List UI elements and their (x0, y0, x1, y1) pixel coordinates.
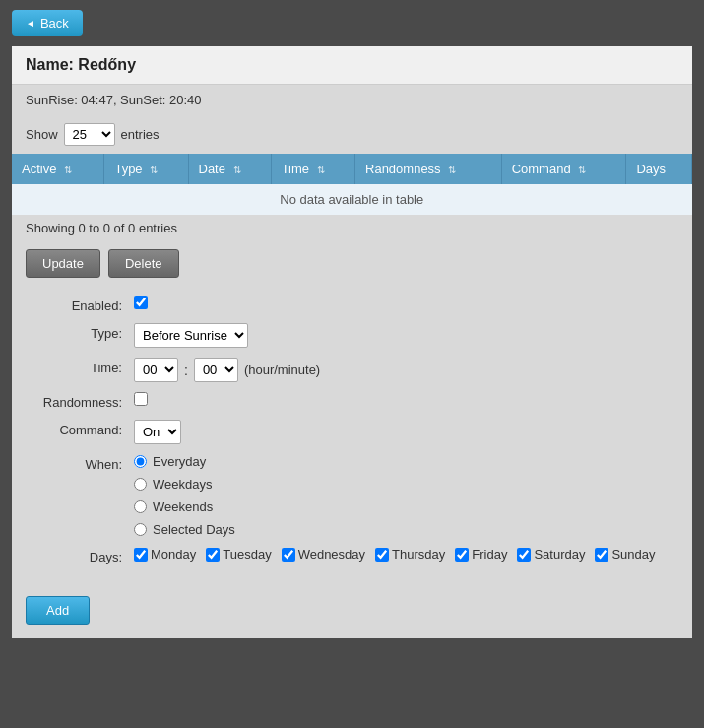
when-radio-group: Everyday Weekdays Weekends Selected Days (134, 454, 235, 537)
day-monday[interactable]: Monday (134, 547, 196, 562)
days-control: Monday Tuesday Wednesday Thursday (134, 547, 678, 562)
showing-entries: Showing 0 to 0 of 0 entries (12, 215, 692, 241)
when-weekends-label: Weekends (153, 499, 213, 514)
wednesday-label: Wednesday (298, 547, 365, 562)
command-row: Command: On Off (26, 420, 678, 444)
col-randomness[interactable]: Randomness ⇅ (355, 154, 502, 184)
when-row: When: Everyday Weekdays Weekends (26, 454, 678, 537)
add-button[interactable]: Add (26, 596, 90, 625)
sort-time-icon: ⇅ (317, 165, 325, 175)
day-tuesday[interactable]: Tuesday (206, 547, 271, 562)
main-panel: Name: Redőny SunRise: 04:47, SunSet: 20:… (12, 46, 692, 638)
when-control: Everyday Weekdays Weekends Selected Days (134, 454, 678, 537)
when-weekends-radio[interactable] (134, 500, 147, 513)
friday-label: Friday (472, 547, 507, 562)
time-separator: : (184, 363, 188, 378)
form-section: Enabled: Type: Before Sunrise After Sunr… (12, 286, 692, 588)
table-row: No data available in table (12, 184, 692, 215)
monday-checkbox[interactable] (134, 548, 148, 562)
when-everyday-label: Everyday (153, 454, 206, 469)
page-title: Name: Redőny (12, 46, 692, 85)
col-date[interactable]: Date ⇅ (188, 154, 271, 184)
type-row: Type: Before Sunrise After Sunrise Befor… (26, 323, 678, 348)
when-everyday-option[interactable]: Everyday (134, 454, 235, 469)
command-control: On Off (134, 420, 678, 444)
saturday-checkbox[interactable] (517, 548, 531, 562)
show-label: Show (26, 127, 58, 142)
col-command[interactable]: Command ⇅ (501, 154, 626, 184)
day-friday[interactable]: Friday (455, 547, 507, 562)
hour-select[interactable]: 00 01020304 05060708 09101112 13141516 1… (134, 358, 178, 382)
col-days: Days (626, 154, 692, 184)
update-button[interactable]: Update (26, 249, 100, 278)
days-checkboxes: Monday Tuesday Wednesday Thursday (134, 547, 656, 562)
sort-randomness-icon: ⇅ (448, 165, 456, 175)
sort-command-icon: ⇅ (578, 165, 586, 175)
back-button[interactable]: Back (12, 10, 83, 36)
when-label: When: (26, 454, 134, 472)
minute-select[interactable]: 00 05101520 25303540 455055 (194, 358, 238, 382)
friday-checkbox[interactable] (455, 548, 469, 562)
type-label: Type: (26, 323, 134, 341)
show-entries-row: Show 10 25 50 100 entries (12, 115, 692, 154)
when-weekdays-radio[interactable] (134, 478, 147, 491)
sunrise-info: SunRise: 04:47, SunSet: 20:40 (12, 85, 692, 115)
randomness-checkbox[interactable] (134, 392, 148, 406)
enabled-control (134, 296, 678, 309)
randomness-label: Randomness: (26, 392, 134, 410)
tuesday-checkbox[interactable] (206, 548, 220, 562)
tuesday-label: Tuesday (223, 547, 271, 562)
saturday-label: Saturday (534, 547, 585, 562)
day-sunday[interactable]: Sunday (595, 547, 655, 562)
monday-label: Monday (151, 547, 196, 562)
randomness-control (134, 392, 678, 406)
col-time[interactable]: Time ⇅ (271, 154, 354, 184)
entries-select[interactable]: 10 25 50 100 (64, 123, 115, 146)
when-selected-label: Selected Days (153, 522, 235, 537)
data-table: Active ⇅ Type ⇅ Date ⇅ Time ⇅ Randomness (12, 154, 692, 215)
action-buttons-row: Update Delete (12, 241, 692, 286)
enabled-row: Enabled: (26, 296, 678, 313)
type-select[interactable]: Before Sunrise After Sunrise Before Suns… (134, 323, 248, 348)
sort-type-icon: ⇅ (150, 165, 158, 175)
sort-date-icon: ⇅ (233, 165, 241, 175)
command-label: Command: (26, 420, 134, 437)
time-row: Time: 00 01020304 05060708 09101112 1314… (26, 358, 678, 382)
when-everyday-radio[interactable] (134, 455, 147, 468)
enabled-checkbox[interactable] (134, 296, 148, 309)
hour-minute-label: (hour/minute) (244, 363, 320, 377)
enabled-label: Enabled: (26, 296, 134, 313)
wednesday-checkbox[interactable] (282, 548, 295, 562)
time-label: Time: (26, 358, 134, 375)
day-saturday[interactable]: Saturday (517, 547, 585, 562)
sunday-label: Sunday (611, 547, 655, 562)
day-thursday[interactable]: Thursday (375, 547, 445, 562)
when-weekdays-option[interactable]: Weekdays (134, 477, 235, 492)
entries-label: entries (121, 127, 160, 142)
when-weekends-option[interactable]: Weekends (134, 499, 235, 514)
sort-active-icon: ⇅ (64, 165, 72, 175)
day-wednesday[interactable]: Wednesday (282, 547, 365, 562)
delete-button[interactable]: Delete (108, 249, 179, 278)
days-label: Days: (26, 547, 134, 564)
time-control: 00 01020304 05060708 09101112 13141516 1… (134, 358, 678, 382)
when-selected-option[interactable]: Selected Days (134, 522, 235, 537)
sunday-checkbox[interactable] (595, 548, 608, 562)
command-select[interactable]: On Off (134, 420, 181, 444)
no-data-cell: No data available in table (12, 184, 692, 215)
thursday-label: Thursday (392, 547, 445, 562)
when-weekdays-label: Weekdays (153, 477, 212, 492)
col-type[interactable]: Type ⇅ (104, 154, 188, 184)
col-active[interactable]: Active ⇅ (12, 154, 104, 184)
randomness-row: Randomness: (26, 392, 678, 410)
type-control: Before Sunrise After Sunrise Before Suns… (134, 323, 678, 348)
when-selected-radio[interactable] (134, 523, 147, 536)
days-row: Days: Monday Tuesday Wednesday (26, 547, 678, 564)
add-button-row: Add (12, 588, 692, 638)
thursday-checkbox[interactable] (375, 548, 389, 562)
